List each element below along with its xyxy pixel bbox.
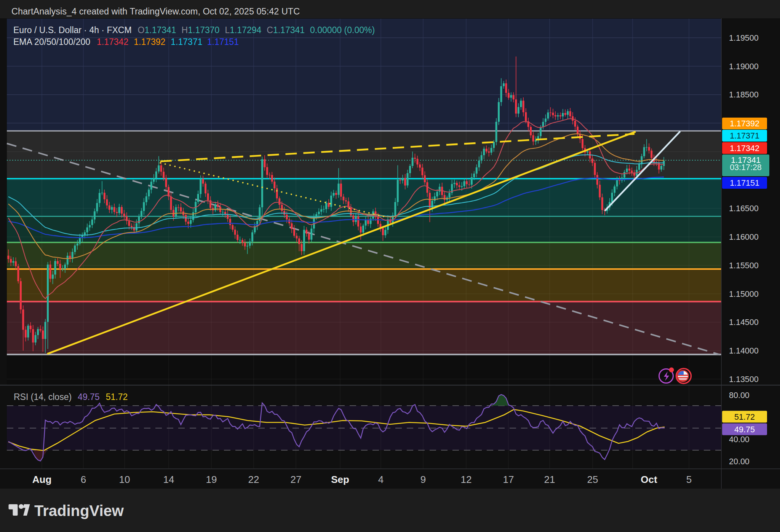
svg-text:6: 6 <box>81 474 86 485</box>
svg-text:40.00: 40.00 <box>729 435 750 444</box>
svg-text:1.16000: 1.16000 <box>729 233 759 242</box>
svg-text:Sep: Sep <box>331 474 349 485</box>
svg-text:Euro / U.S. Dollar · 4h · FXCM: Euro / U.S. Dollar · 4h · FXCMO1.17341H1… <box>13 25 375 35</box>
svg-text:5: 5 <box>686 474 692 485</box>
svg-text:19: 19 <box>206 474 217 485</box>
svg-text:80.00: 80.00 <box>729 391 750 400</box>
svg-text:20.00: 20.00 <box>729 457 750 466</box>
svg-text:17: 17 <box>503 474 514 485</box>
svg-text:1.17371: 1.17371 <box>730 131 759 140</box>
svg-text:TradingView: TradingView <box>34 502 124 519</box>
svg-text:51.72: 51.72 <box>734 413 755 422</box>
svg-text:1.17151: 1.17151 <box>730 178 759 188</box>
svg-text:1.14000: 1.14000 <box>729 346 759 355</box>
svg-text:Oct: Oct <box>641 474 657 485</box>
svg-text:ChartAnalysis_4 created with T: ChartAnalysis_4 created with TradingView… <box>11 6 300 16</box>
svg-text:1.17342: 1.17342 <box>730 144 759 153</box>
svg-text:25: 25 <box>587 474 598 485</box>
svg-text:14: 14 <box>163 474 174 485</box>
svg-text:1.15500: 1.15500 <box>729 261 759 270</box>
svg-text:1.13500: 1.13500 <box>729 375 759 384</box>
svg-text:22: 22 <box>248 474 259 485</box>
svg-text:9: 9 <box>420 474 426 485</box>
svg-text:1.15000: 1.15000 <box>729 290 759 299</box>
svg-text:12: 12 <box>461 474 472 485</box>
svg-text:Aug: Aug <box>32 474 52 485</box>
svg-text:1.14500: 1.14500 <box>729 318 759 327</box>
svg-text:49.75: 49.75 <box>734 425 755 434</box>
svg-text:4: 4 <box>378 474 384 485</box>
svg-text:RSI (14, close)49.7551.72: RSI (14, close)49.7551.72 <box>14 392 128 402</box>
svg-text:1.17392: 1.17392 <box>730 119 759 128</box>
svg-text:21: 21 <box>544 474 555 485</box>
svg-text:1.18500: 1.18500 <box>729 90 759 99</box>
svg-text:1.19000: 1.19000 <box>729 62 759 71</box>
svg-text:03:17:28: 03:17:28 <box>730 163 762 172</box>
svg-text:1.16500: 1.16500 <box>729 204 759 213</box>
svg-text:10: 10 <box>119 474 130 485</box>
svg-text:1.19500: 1.19500 <box>729 33 759 43</box>
svg-text:27: 27 <box>291 474 302 485</box>
